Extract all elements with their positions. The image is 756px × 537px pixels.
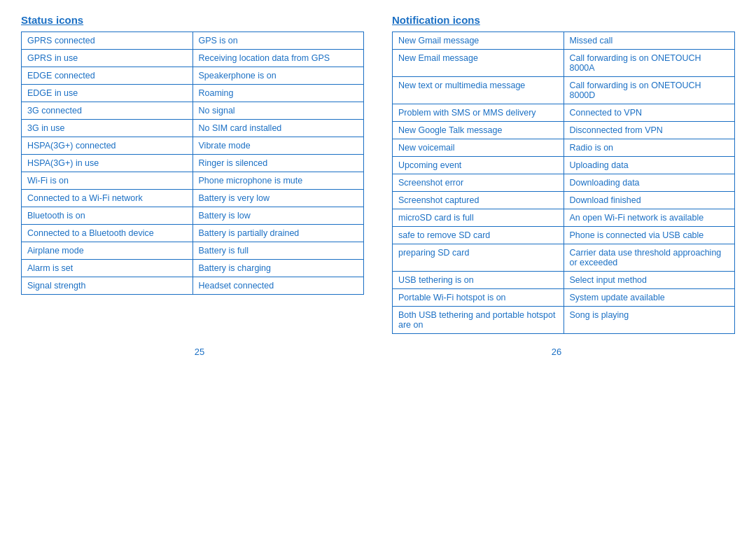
table-cell: EDGE connected [22,67,193,85]
table-cell: Battery is full [192,242,364,260]
table-cell: preparing SD card [393,244,564,272]
table-row: EDGE connectedSpeakerphone is on [22,67,364,85]
table-row: Problem with SMS or MMS deliveryConnecte… [393,104,735,122]
table-cell: Wi-Fi is on [22,172,193,190]
table-cell: Roaming [192,85,364,102]
table-row: New Email messageCall forwarding is on O… [393,50,735,77]
table-row: Connected to a Wi-Fi networkBattery is v… [22,190,364,207]
table-row: Screenshot errorDownloading data [393,174,735,192]
table-cell: No signal [192,102,364,120]
table-row: Upcoming eventUploading data [393,157,735,174]
table-cell: Bluetooth is on [22,207,193,225]
table-cell: New Email message [393,50,564,77]
table-cell: Speakerphone is on [192,67,364,85]
table-row: Both USB tethering and portable hotspot … [393,307,735,334]
table-row: Alarm is setBattery is charging [22,260,364,277]
notification-title: Notification icons [392,14,735,26]
notification-section: Notification icons New Gmail messageMiss… [392,14,735,334]
table-cell: 3G in use [22,120,193,137]
table-cell: An open Wi-Fi network is available [564,209,735,227]
table-cell: Problem with SMS or MMS delivery [393,104,564,122]
table-row: safe to remove SD cardPhone is connected… [393,227,735,244]
table-cell: microSD card is full [393,209,564,227]
table-row: New Google Talk messageDisconnected from… [393,122,735,139]
page-numbers: 25 26 [21,347,735,357]
table-cell: Phone microphone is mute [192,172,364,190]
table-row: HSPA(3G+) connectedVibrate mode [22,137,364,155]
table-cell: Select input method [564,272,735,289]
table-row: Signal strengthHeadset connected [22,277,364,295]
table-row: microSD card is fullAn open Wi-Fi networ… [393,209,735,227]
table-cell: Vibrate mode [192,137,364,155]
table-cell: Upcoming event [393,157,564,174]
table-row: EDGE in useRoaming [22,85,364,102]
table-row: preparing SD cardCarrier data use thresh… [393,244,735,272]
table-cell: Call forwarding is on ONETOUCH 8000A [564,50,735,77]
table-row: USB tethering is onSelect input method [393,272,735,289]
table-cell: New Gmail message [393,32,564,50]
table-cell: Carrier data use threshold approaching o… [564,244,735,272]
table-cell: Airplane mode [22,242,193,260]
table-cell: GPRS connected [22,32,193,50]
table-cell: Missed call [564,32,735,50]
table-cell: Download finished [564,192,735,209]
table-cell: Call forwarding is on ONETOUCH 8000D [564,77,735,104]
table-cell: Radio is on [564,139,735,157]
table-cell: GPRS in use [22,50,193,67]
table-cell: Phone is connected via USB cable [564,227,735,244]
table-cell: 3G connected [22,102,193,120]
notification-table: New Gmail messageMissed callNew Email me… [392,32,735,334]
table-cell: Connected to a Bluetooth device [22,225,193,242]
table-row: 3G connectedNo signal [22,102,364,120]
table-row: Wi-Fi is onPhone microphone is mute [22,172,364,190]
table-cell: Connected to VPN [564,104,735,122]
table-cell: Screenshot captured [393,192,564,209]
table-cell: New text or multimedia message [393,77,564,104]
table-row: GPRS connectedGPS is on [22,32,364,50]
table-row: Airplane modeBattery is full [22,242,364,260]
table-cell: Portable Wi-Fi hotspot is on [393,289,564,307]
table-cell: New voicemail [393,139,564,157]
table-cell: Battery is partially drained [192,225,364,242]
table-cell: Song is playing [564,307,735,334]
table-cell: Uploading data [564,157,735,174]
table-cell: Disconnected from VPN [564,122,735,139]
table-cell: Connected to a Wi-Fi network [22,190,193,207]
table-cell: Signal strength [22,277,193,295]
table-cell: Downloading data [564,174,735,192]
table-cell: GPS is on [192,32,364,50]
table-cell: Receiving location data from GPS [192,50,364,67]
table-row: Connected to a Bluetooth deviceBattery i… [22,225,364,242]
table-row: 3G in useNo SIM card installed [22,120,364,137]
table-cell: HSPA(3G+) in use [22,155,193,172]
status-title: Status icons [21,14,364,26]
page-number-left: 25 [195,347,204,357]
table-cell: Ringer is silenced [192,155,364,172]
table-row: GPRS in useReceiving location data from … [22,50,364,67]
table-cell: EDGE in use [22,85,193,102]
table-row: Bluetooth is onBattery is low [22,207,364,225]
table-cell: Headset connected [192,277,364,295]
table-cell: Battery is very low [192,190,364,207]
table-cell: New Google Talk message [393,122,564,139]
table-row: HSPA(3G+) in useRinger is silenced [22,155,364,172]
status-table: GPRS connectedGPS is onGPRS in useReceiv… [21,32,364,295]
page-number-right: 26 [552,347,561,357]
table-row: New voicemailRadio is on [393,139,735,157]
table-cell: Battery is charging [192,260,364,277]
table-cell: Screenshot error [393,174,564,192]
table-cell: USB tethering is on [393,272,564,289]
status-section: Status icons GPRS connectedGPS is onGPRS… [21,14,364,334]
table-cell: Alarm is set [22,260,193,277]
table-row: Screenshot capturedDownload finished [393,192,735,209]
table-cell: HSPA(3G+) connected [22,137,193,155]
table-row: New text or multimedia messageCall forwa… [393,77,735,104]
table-cell: Battery is low [192,207,364,225]
table-row: Portable Wi-Fi hotspot is onSystem updat… [393,289,735,307]
table-cell: safe to remove SD card [393,227,564,244]
table-row: New Gmail messageMissed call [393,32,735,50]
table-cell: System update available [564,289,735,307]
table-cell: Both USB tethering and portable hotspot … [393,307,564,334]
table-cell: No SIM card installed [192,120,364,137]
